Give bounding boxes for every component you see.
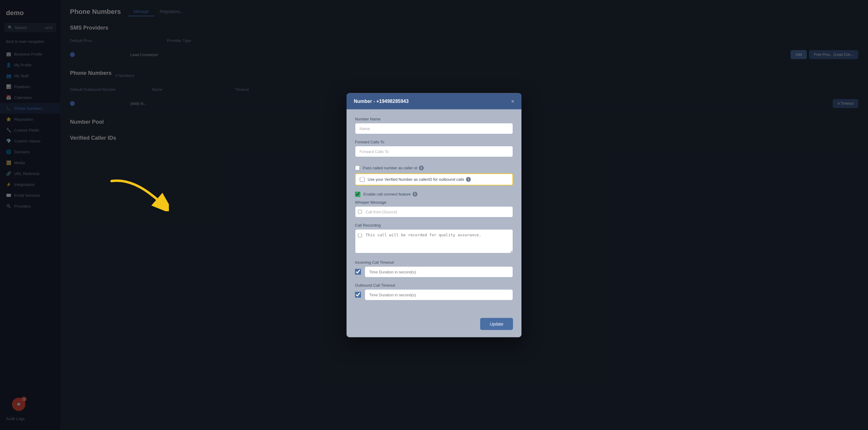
pass-caller-info-icon[interactable]: i: [419, 165, 424, 170]
forward-calls-label: Forward Calls To: [355, 139, 513, 144]
whisper-message-group: Whisper Message: [355, 200, 513, 217]
phone-number-modal: Number - +19498285943 × Number Name Forw…: [346, 93, 522, 337]
enable-call-connect-checkbox[interactable]: [355, 191, 361, 197]
use-verified-number-row[interactable]: Use your Verified Number as callerID for…: [355, 173, 513, 185]
pass-caller-id-checkbox[interactable]: [355, 165, 360, 170]
outbound-timeout-row: [355, 289, 513, 300]
use-verified-number-checkbox[interactable]: [360, 177, 365, 182]
modal-body: Number Name Forward Calls To Pass called…: [346, 109, 522, 313]
update-button[interactable]: Update: [480, 318, 513, 330]
enable-call-connect-row: Enable call connect feature i: [355, 188, 513, 200]
forward-calls-input[interactable]: [355, 146, 513, 157]
pass-caller-id-label: Pass called number as caller id i: [363, 165, 424, 170]
modal-title: Number - +19498285943: [354, 98, 409, 104]
whisper-container: [355, 206, 513, 217]
incoming-timeout-input[interactable]: [365, 266, 513, 277]
incoming-timeout-row: [355, 266, 513, 277]
modal-footer: Update: [346, 313, 522, 337]
pass-caller-id-row: Pass called number as caller id i: [355, 162, 513, 173]
incoming-timeout-group: Incoming Call Timeout: [355, 260, 513, 277]
whisper-checkbox[interactable]: [358, 210, 362, 213]
outbound-timeout-input[interactable]: [365, 289, 513, 300]
modal-close-button[interactable]: ×: [511, 98, 514, 104]
number-name-group: Number Name: [355, 116, 513, 134]
enable-call-connect-label: Enable call connect feature i: [364, 192, 417, 196]
recording-container: [355, 229, 513, 254]
number-name-input[interactable]: [355, 123, 513, 134]
call-connect-info-icon[interactable]: i: [412, 192, 417, 196]
use-verified-number-label: Use your Verified Number as callerID for…: [368, 177, 471, 182]
recording-checkbox[interactable]: [358, 233, 362, 237]
number-name-label: Number Name: [355, 116, 513, 121]
outbound-timeout-checkbox[interactable]: [355, 292, 361, 298]
call-recording-group: Call Recording: [355, 223, 513, 254]
call-recording-label: Call Recording: [355, 223, 513, 227]
whisper-message-label: Whisper Message: [355, 200, 513, 204]
incoming-timeout-label: Incoming Call Timeout: [355, 260, 513, 264]
whisper-input[interactable]: [355, 206, 513, 217]
outbound-timeout-group: Outbound Call Timeout: [355, 283, 513, 300]
recording-textarea[interactable]: [355, 229, 513, 253]
forward-calls-group: Forward Calls To: [355, 139, 513, 157]
verified-number-info-icon[interactable]: i: [466, 177, 471, 182]
outbound-timeout-label: Outbound Call Timeout: [355, 283, 513, 287]
modal-header: Number - +19498285943 ×: [346, 93, 522, 109]
incoming-timeout-checkbox[interactable]: [355, 269, 361, 275]
